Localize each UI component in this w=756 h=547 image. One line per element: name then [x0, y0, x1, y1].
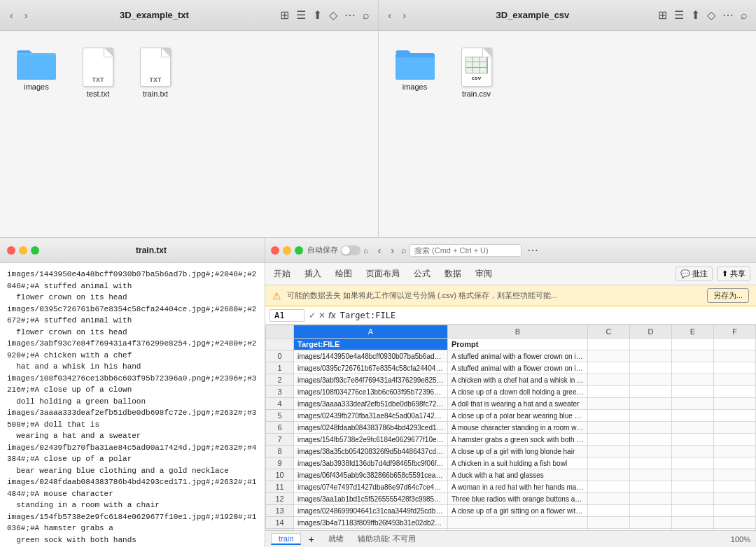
cell-c-13[interactable]: [588, 505, 630, 517]
maximize-button-excel[interactable]: [295, 246, 303, 255]
ribbon-draw[interactable]: 绘图: [332, 267, 355, 281]
cell-f-7[interactable]: [714, 434, 756, 446]
folder-images-left[interactable]: images: [14, 45, 59, 94]
cell-a-13[interactable]: images/0248699904641c31caa3449fd25cdb8d9…: [294, 505, 448, 517]
cell-c-4[interactable]: [588, 398, 630, 410]
cell-d-3[interactable]: [630, 386, 672, 398]
cell-e-10[interactable]: [672, 469, 714, 481]
cell-c-5[interactable]: [588, 410, 630, 422]
ribbon-formula[interactable]: 公式: [411, 267, 433, 281]
folder-images-right[interactable]: images: [393, 45, 438, 94]
search-button-left[interactable]: ⌕: [361, 8, 371, 23]
col-header-b[interactable]: B: [448, 325, 588, 339]
cell-e-13[interactable]: [672, 505, 714, 517]
cell-b-4[interactable]: A doll that is wearing a hat and a sweat…: [448, 398, 588, 410]
cell-a-2[interactable]: images/3abf93c7e84f769431a4f376299e8254.…: [294, 374, 448, 386]
cell-d-10[interactable]: [630, 469, 672, 481]
file-train-txt[interactable]: TXT train.txt: [137, 45, 174, 101]
cell-d-4[interactable]: [630, 398, 672, 410]
cell-a-5[interactable]: images/02439fb270fba31ae84c5ad00a17424d.…: [294, 410, 448, 422]
minimize-button-editor[interactable]: [19, 246, 27, 255]
cell-d-12[interactable]: [630, 493, 672, 505]
cell-d-11[interactable]: [630, 481, 672, 493]
cell-c-3[interactable]: [588, 386, 630, 398]
cell-a-9[interactable]: images/3ab3938fd136db7d4df98465fbc9f06f.…: [294, 457, 448, 469]
ribbon-insert[interactable]: 插入: [302, 267, 324, 281]
autosave-toggle[interactable]: [341, 246, 360, 255]
cell-f-4[interactable]: [714, 398, 756, 410]
cell-b-14[interactable]: [448, 517, 588, 529]
cell-f-header[interactable]: [714, 339, 756, 350]
cell-b-2[interactable]: A chicken with a chef hat and a whisk in…: [448, 374, 588, 386]
ribbon-start[interactable]: 开始: [271, 267, 293, 281]
cell-a-12[interactable]: images/3aa1ab1bd1c5f5265555428f3c998564.…: [294, 493, 448, 505]
share-button-excel[interactable]: ⬆ 共享: [717, 267, 750, 281]
cell-e-8[interactable]: [672, 446, 714, 457]
cell-a-0[interactable]: images/1443950e4a48bcff0930b07ba5b6ad7b.…: [294, 350, 448, 362]
save-as-button[interactable]: 另存为...: [707, 288, 749, 303]
cell-c-10[interactable]: [588, 469, 630, 481]
cell-c-2[interactable]: [588, 374, 630, 386]
grid-view-button-left[interactable]: ⊞: [279, 7, 290, 23]
minimize-button-excel[interactable]: [283, 246, 291, 255]
ribbon-layout[interactable]: 页面布局: [363, 267, 402, 281]
col-header-e[interactable]: E: [672, 325, 714, 339]
cell-d-header[interactable]: [630, 339, 672, 350]
file-train-csv[interactable]: csv train.csv: [458, 45, 495, 101]
cell-f-5[interactable]: [714, 410, 756, 422]
cell-f-2[interactable]: [714, 374, 756, 386]
bookmark-button-right[interactable]: ◇: [706, 7, 717, 23]
cell-c-8[interactable]: [588, 446, 630, 457]
cell-d-1[interactable]: [630, 362, 672, 374]
col-header-d[interactable]: D: [630, 325, 672, 339]
cell-d-8[interactable]: [630, 446, 672, 457]
cell-d-14[interactable]: [630, 517, 672, 529]
cell-b-10[interactable]: A duck with a hat and glasses: [448, 469, 588, 481]
cell-e-2[interactable]: [672, 374, 714, 386]
grid-view-button-right[interactable]: ⊞: [657, 7, 668, 23]
cell-e-3[interactable]: [672, 386, 714, 398]
editor-content[interactable]: images/1443950e4a48bcff0930b07ba5b6ad7b.…: [0, 263, 265, 547]
cell-b-8[interactable]: A close up of a girl with long blonde ha…: [448, 446, 588, 457]
cell-c-12[interactable]: [588, 493, 630, 505]
share-button-right[interactable]: ⬆: [690, 7, 701, 23]
cell-b-7[interactable]: A hamster grabs a green sock with both h…: [448, 434, 588, 446]
cell-c-14[interactable]: [588, 517, 630, 529]
cell-c-0[interactable]: [588, 350, 630, 362]
cell-b-3[interactable]: A close up of a clown doll holding a gre…: [448, 386, 588, 398]
spreadsheet-wrapper[interactable]: A B C D E F Target:FILE Prompt 0 images/…: [265, 325, 756, 530]
nav-back-excel[interactable]: ‹: [375, 243, 384, 257]
ribbon-review[interactable]: 审阅: [472, 267, 495, 281]
cell-b-5[interactable]: A close up of a polar bear wearing blue …: [448, 410, 588, 422]
cell-b-6[interactable]: A mouse character standing in a room wit…: [448, 422, 588, 434]
cell-e-4[interactable]: [672, 398, 714, 410]
cell-c-6[interactable]: [588, 422, 630, 434]
cell-a-7[interactable]: images/154fb5738e2e9fc6184e0629677f10e1.…: [294, 434, 448, 446]
cell-f-3[interactable]: [714, 386, 756, 398]
cell-a-8[interactable]: images/38a35cb054208326f9d5b4486437cd56.…: [294, 446, 448, 457]
cell-f-8[interactable]: [714, 446, 756, 457]
forward-button-left[interactable]: ›: [22, 8, 31, 22]
more-button-right[interactable]: ⋯: [721, 7, 735, 23]
col-header-f[interactable]: F: [714, 325, 756, 339]
cell-a-14[interactable]: images/3b4a71183f809ffb26f493b31e02db29.…: [294, 517, 448, 529]
cell-c-header[interactable]: [588, 339, 630, 350]
cell-f-14[interactable]: [714, 517, 756, 529]
cell-d-6[interactable]: [630, 422, 672, 434]
cell-a-header[interactable]: Target:FILE: [294, 339, 448, 350]
back-button-left[interactable]: ‹: [7, 8, 16, 22]
cell-b-1[interactable]: A stuffed animal with a flower crown on …: [448, 362, 588, 374]
cell-b-0[interactable]: A stuffed animal with a flower crown on …: [448, 350, 588, 362]
cell-f-11[interactable]: [714, 481, 756, 493]
cell-d-13[interactable]: [630, 505, 672, 517]
cell-d-7[interactable]: [630, 434, 672, 446]
forward-button-right[interactable]: ›: [400, 8, 409, 22]
cell-e-header[interactable]: [672, 339, 714, 350]
cell-d-5[interactable]: [630, 410, 672, 422]
cell-a-6[interactable]: images/0248fdaab084383786b4bd4293ced171.…: [294, 422, 448, 434]
cell-d-9[interactable]: [630, 457, 672, 469]
sheet-tab-train[interactable]: train: [271, 533, 301, 545]
list-view-button-left[interactable]: ☰: [295, 7, 307, 23]
close-button-editor[interactable]: [7, 246, 15, 255]
cell-e-14[interactable]: [672, 517, 714, 529]
